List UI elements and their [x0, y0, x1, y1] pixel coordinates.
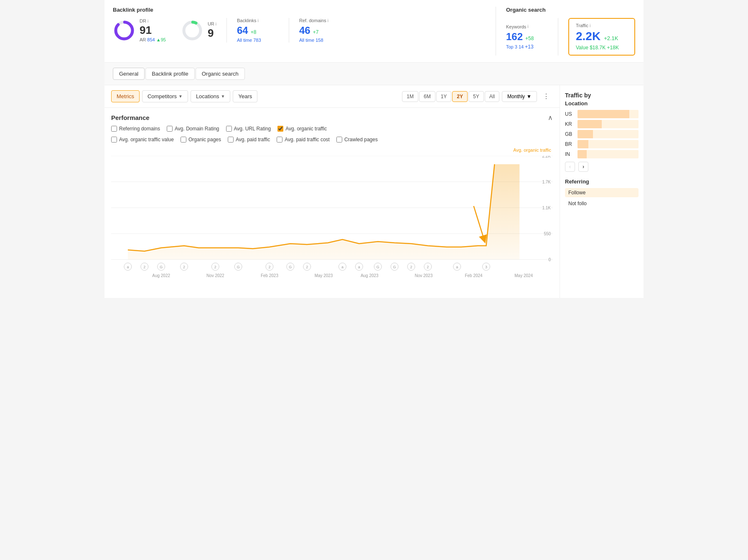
dr-value: 91 — [140, 24, 166, 36]
svg-text:Aug 2023: Aug 2023 — [361, 273, 379, 278]
ref-nofollowed-label: Not follo — [568, 201, 587, 206]
checkbox-avg-paid-traffic[interactable]: Avg. paid traffic — [228, 137, 270, 143]
divider-2 — [289, 18, 289, 43]
ref-domains-stat: Ref. domains i 46 +7 All time 158 — [299, 18, 341, 43]
svg-text:G: G — [160, 265, 163, 269]
checkbox-avg-paid-traffic-input[interactable] — [228, 137, 234, 143]
traffic-box: Traffic i 2.2K +2.1K Value $18.7K +18K — [568, 18, 635, 56]
svg-text:a: a — [341, 265, 343, 269]
loc-bar-gb-bg — [578, 130, 639, 138]
organic-section: Organic search Keywords i 162 +58 Top 3 … — [506, 7, 635, 56]
checkbox-avg-domain-rating-input[interactable] — [167, 126, 173, 132]
loc-bar-kr-bg — [578, 120, 639, 128]
svg-text:2: 2 — [410, 265, 412, 269]
time-6m[interactable]: 6M — [419, 91, 435, 102]
backlinks-info-icon[interactable]: i — [257, 18, 258, 23]
svg-text:2: 2 — [268, 265, 270, 269]
ref-domains-info-icon[interactable]: i — [328, 18, 328, 23]
backlinks-alltime: All time 783 — [237, 38, 279, 43]
checkbox-crawled-pages-input[interactable] — [336, 137, 342, 143]
ur-metric: UR i 9 — [208, 21, 216, 39]
checkbox-crawled-pages[interactable]: Crawled pages — [336, 137, 378, 143]
keywords-delta: +58 — [525, 36, 534, 41]
loc-label-kr: KR — [565, 121, 575, 127]
location-kr: KR — [565, 120, 639, 128]
more-button[interactable]: ⋮ — [539, 90, 553, 102]
tabs-row: General Backlink profile Organic search — [104, 63, 644, 85]
traffic-main: 2.2K +2.1K — [576, 30, 628, 43]
checkbox-avg-paid-traffic-cost-input[interactable] — [277, 137, 282, 143]
time-1y[interactable]: 1Y — [436, 91, 452, 102]
checkbox-avg-url-rating-input[interactable] — [226, 126, 232, 132]
backlinks-delta: +8 — [251, 29, 257, 35]
right-panel: Traffic by Location US KR GB — [560, 85, 644, 298]
monthly-button[interactable]: Monthly ▼ — [502, 91, 537, 102]
years-button[interactable]: Years — [233, 90, 257, 102]
ur-info-icon[interactable]: i — [216, 22, 216, 26]
locations-chevron: ▼ — [221, 94, 225, 99]
checkbox-avg-organic-traffic-input[interactable] — [277, 126, 283, 132]
checkbox-avg-url-rating[interactable]: Avg. URL Rating — [226, 126, 271, 132]
metrics-button[interactable]: Metrics — [111, 90, 140, 102]
svg-text:2.2K: 2.2K — [542, 156, 551, 158]
locations-button[interactable]: Locations ▼ — [191, 90, 231, 102]
main-content: Metrics Competitors ▼ Locations ▼ Years … — [104, 85, 644, 298]
divider-1 — [226, 18, 227, 43]
checkbox-organic-pages-input[interactable] — [181, 137, 186, 143]
svg-text:1.7K: 1.7K — [542, 180, 551, 184]
tab-organic-search[interactable]: Organic search — [196, 68, 245, 80]
monthly-chevron: ▼ — [527, 94, 532, 99]
backlink-title: Backlink profile — [113, 7, 486, 13]
backlinks-stat: Backlinks i 64 +8 All time 783 — [237, 18, 279, 43]
svg-point-2 — [184, 22, 201, 39]
competitors-button[interactable]: Competitors ▼ — [142, 90, 188, 102]
time-2y[interactable]: 2Y — [452, 91, 468, 102]
time-1m[interactable]: 1M — [402, 91, 418, 102]
collapse-button[interactable]: ∧ — [548, 114, 553, 122]
dr-donut — [113, 19, 135, 42]
checkbox-avg-organic-traffic-value-input[interactable] — [111, 137, 117, 143]
checkbox-avg-organic-traffic[interactable]: Avg. organic traffic — [277, 126, 327, 132]
loc-bar-in-bg — [578, 150, 639, 158]
svg-text:Nov 2022: Nov 2022 — [206, 273, 224, 278]
backlink-section: Backlink profile DR — [113, 7, 486, 56]
ar-sub: AR 854 ▲95 — [140, 37, 166, 42]
location-gb: GB — [565, 130, 639, 138]
checkbox-avg-paid-traffic-cost[interactable]: Avg. paid traffic cost — [277, 137, 330, 143]
next-arrow[interactable]: › — [578, 162, 588, 172]
traffic-value-row: Value $18.7K +18K — [576, 45, 628, 51]
checkbox-referring-domains[interactable]: Referring domains — [111, 126, 160, 132]
checkbox-avg-domain-rating[interactable]: Avg. Domain Rating — [167, 126, 219, 132]
time-5y[interactable]: 5Y — [468, 91, 484, 102]
keywords-sub: Top 3 14 +13 — [506, 44, 548, 50]
performance-section: Performance ∧ Referring domains Avg. Dom… — [104, 108, 560, 298]
performance-header: Performance ∧ — [104, 108, 560, 126]
checkbox-referring-domains-input[interactable] — [111, 126, 117, 132]
dr-info-icon[interactable]: i — [148, 19, 148, 23]
svg-text:Aug 2022: Aug 2022 — [152, 273, 170, 278]
traffic-delta: +2.1K — [604, 35, 618, 41]
ur-label: UR i — [208, 21, 216, 26]
svg-text:1.1K: 1.1K — [542, 206, 551, 210]
ref-domains-alltime: All time 158 — [299, 38, 341, 43]
prev-arrow[interactable]: ‹ — [565, 162, 575, 172]
tab-general[interactable]: General — [113, 68, 145, 80]
loc-bar-br-fill — [578, 140, 588, 148]
backlinks-main: 64 +8 — [237, 25, 279, 36]
time-all[interactable]: All — [485, 91, 499, 102]
svg-text:a: a — [127, 265, 129, 269]
right-panel-title: Traffic by — [565, 92, 639, 99]
traffic-info-icon[interactable]: i — [590, 23, 590, 28]
location-bars: US KR GB BR — [565, 110, 639, 158]
svg-text:Feb 2023: Feb 2023 — [261, 273, 279, 278]
keywords-info-icon[interactable]: i — [527, 24, 528, 29]
svg-text:G: G — [393, 265, 396, 269]
ref-item-followed: Followe — [565, 188, 639, 197]
tab-backlink-profile[interactable]: Backlink profile — [145, 68, 194, 80]
backlinks-label: Backlinks i — [237, 18, 279, 23]
checkbox-avg-organic-traffic-value[interactable]: Avg. organic traffic value — [111, 137, 174, 143]
keywords-main: 162 +58 — [506, 31, 548, 43]
checkbox-organic-pages[interactable]: Organic pages — [181, 137, 221, 143]
referring-section: Referring Followe Not follo — [565, 178, 639, 208]
svg-text:3: 3 — [485, 265, 487, 269]
